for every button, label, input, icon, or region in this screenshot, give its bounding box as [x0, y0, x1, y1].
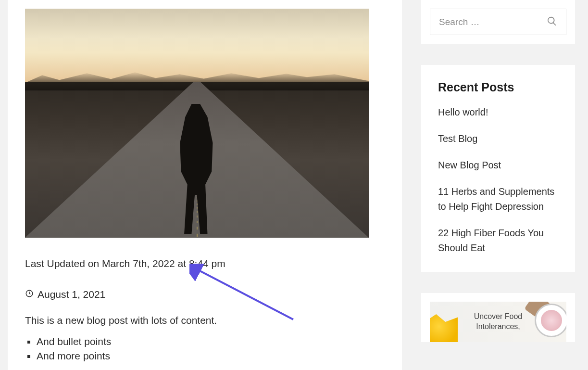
featured-image: [25, 9, 369, 238]
search-input[interactable]: [439, 17, 534, 27]
recent-posts-widget: Recent Posts Hello world! Test Blog New …: [421, 65, 575, 272]
list-item: And more points: [37, 350, 385, 362]
clock-icon: [25, 289, 34, 300]
recent-post-link[interactable]: Test Blog: [438, 131, 558, 146]
search-box[interactable]: [430, 9, 566, 35]
page-layout: Last Updated on March 7th, 2022 at 8:44 …: [0, 0, 588, 370]
search-widget: [421, 0, 575, 44]
post-bullet-list: And bullet points And more points: [25, 336, 385, 362]
recent-post-link[interactable]: Hello world!: [438, 105, 558, 120]
recent-post-link[interactable]: 11 Herbs and Supplements to Help Fight D…: [438, 184, 558, 214]
list-item: And bullet points: [37, 336, 385, 347]
recent-posts-heading: Recent Posts: [438, 80, 558, 94]
recent-post-link[interactable]: 22 High Fiber Foods You Should Eat: [438, 226, 558, 255]
recent-posts-list: Hello world! Test Blog New Blog Post 11 …: [438, 105, 558, 255]
search-icon[interactable]: [547, 16, 557, 28]
main-content: Last Updated on March 7th, 2022 at 8:44 …: [8, 0, 402, 370]
ad-banner[interactable]: Uncover Food Intolerances,: [430, 302, 566, 342]
ad-widget: Uncover Food Intolerances,: [421, 293, 575, 342]
last-updated-text: Last Updated on March 7th, 2022 at 8:44 …: [25, 258, 385, 269]
post-date-row: August 1, 2021: [25, 289, 385, 300]
post-intro: This is a new blog post with lots of con…: [25, 315, 385, 326]
recent-post-link[interactable]: New Blog Post: [438, 158, 558, 173]
published-date: August 1, 2021: [38, 289, 105, 300]
sidebar: Recent Posts Hello world! Test Blog New …: [421, 0, 575, 370]
